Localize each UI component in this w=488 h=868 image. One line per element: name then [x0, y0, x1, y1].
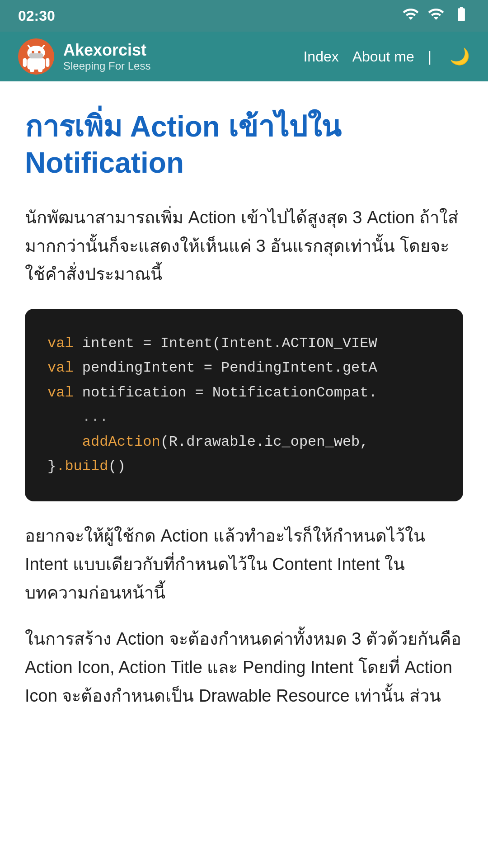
code-line-3: val notification = NotificationCompat.	[47, 381, 441, 405]
brand-logo	[18, 38, 54, 75]
code-block: val intent = Intent(Intent.ACTION_VIEW v…	[25, 309, 463, 501]
navbar-links: Index About me | 🌙	[303, 47, 470, 66]
svg-rect-6	[23, 58, 27, 67]
nav-divider: |	[428, 48, 432, 65]
signal-icon	[427, 5, 445, 26]
main-content: การเพิ่ม Action เข้าไปใน Notification นั…	[0, 81, 488, 868]
brand-tagline: Sleeping For Less	[63, 60, 150, 72]
code-line-4: ...	[47, 405, 441, 429]
svg-rect-5	[27, 58, 45, 70]
brand-text: Akexorcist Sleeping For Less	[63, 41, 150, 72]
svg-rect-8	[30, 68, 34, 72]
code-line-1: val intent = Intent(Intent.ACTION_VIEW	[47, 331, 441, 356]
wifi-icon	[402, 5, 419, 26]
svg-point-4	[38, 51, 41, 53]
post-title: การเพิ่ม Action เข้าไปใน Notification	[25, 108, 463, 181]
svg-point-3	[32, 51, 34, 53]
nav-about-me[interactable]: About me	[352, 48, 414, 65]
nav-index[interactable]: Index	[303, 48, 338, 65]
post-paragraph-2: อยากจะให้ผู้ใช้กด Action แล้วทำอะไรก็ให้…	[25, 522, 463, 607]
code-line-5: addAction(R.drawable.ic_open_web,	[47, 430, 441, 454]
post-paragraph-3: ในการสร้าง Action จะต้องกำหนดค่าทั้งหมด …	[25, 625, 463, 710]
code-line-2: val pendingIntent = PendingIntent.getA	[47, 356, 441, 380]
status-bar: 02:30	[0, 0, 488, 32]
dark-mode-toggle[interactable]: 🌙	[450, 47, 470, 66]
post-paragraph-1: นักพัฒนาสามารถเพิ่ม Action เข้าไปได้สูงส…	[25, 203, 463, 288]
svg-rect-7	[46, 58, 49, 67]
navbar: Akexorcist Sleeping For Less Index About…	[0, 32, 488, 81]
svg-rect-10	[29, 53, 43, 58]
status-time: 02:30	[18, 8, 55, 24]
code-line-6: }.build()	[47, 454, 441, 479]
battery-icon	[453, 5, 470, 26]
brand: Akexorcist Sleeping For Less	[18, 38, 303, 75]
svg-rect-9	[38, 68, 42, 72]
status-icons	[402, 5, 470, 26]
brand-name: Akexorcist	[63, 41, 150, 60]
